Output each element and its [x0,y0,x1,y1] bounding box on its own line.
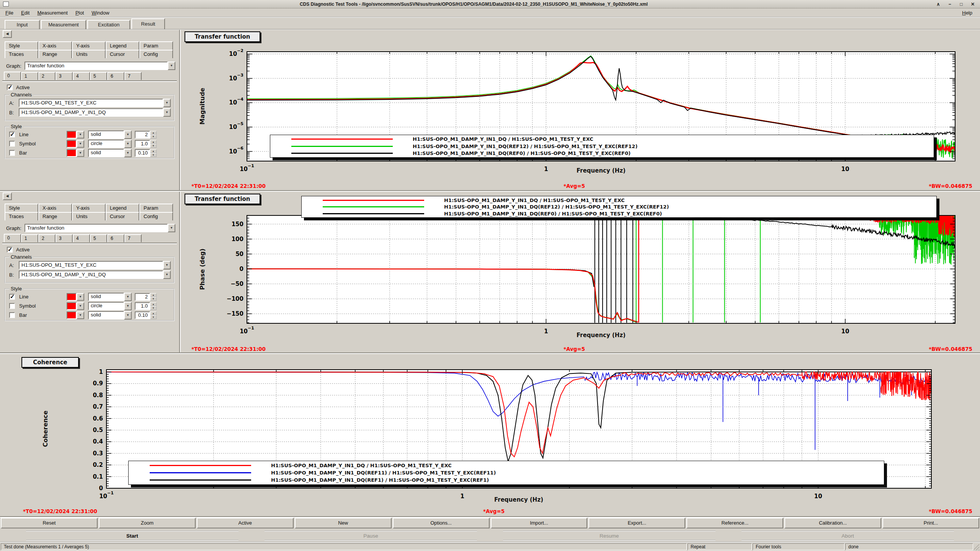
dropdown-arrow-icon[interactable]: ▼ [163,271,171,279]
trace-tab[interactable]: 4 [73,234,90,242]
bar-style-select[interactable]: solid ▼ [88,311,132,320]
run-button[interactable]: Abort [742,531,954,541]
minimize-window-icon[interactable]: − [947,2,952,7]
trace-tab[interactable]: 6 [107,234,124,242]
settings-tab[interactable]: Range [38,50,72,58]
toolbar-button[interactable]: Zoom [99,518,196,528]
trace-tab[interactable]: 4 [73,72,90,80]
bar-color-select[interactable]: ▼ [67,149,86,157]
graph-select[interactable]: Transfer function ▼ [24,62,175,70]
trace-tab[interactable]: 0 [4,234,21,242]
toolbar-button[interactable]: Print... [882,518,979,528]
toolbar-button[interactable]: Calibration... [784,518,881,528]
line-style-select[interactable]: solid ▼ [88,293,132,301]
trace-tab[interactable]: 1 [21,72,38,80]
menu-help[interactable]: Help [958,9,976,16]
line-color-select[interactable]: ▼ [67,293,86,301]
bar-width-stepper[interactable]: 0.10 ▲▼ [135,311,157,319]
symbol-size-stepper[interactable]: 1.0 ▲▼ [135,140,157,148]
dropdown-arrow-icon[interactable]: ▼ [77,131,84,139]
spin-down-icon[interactable]: ▼ [150,135,157,139]
settings-tab[interactable]: Style [5,41,38,50]
bar-checkbox[interactable] [9,150,15,156]
dropdown-arrow-icon[interactable]: ▼ [163,99,171,107]
graph-select[interactable]: Transfer function ▼ [24,224,175,232]
settings-tab[interactable]: Param [139,204,173,212]
dropdown-arrow-icon[interactable]: ▼ [124,140,132,148]
main-tab[interactable]: Input [5,20,40,29]
spin-down-icon[interactable]: ▼ [150,315,157,319]
menu-item[interactable]: Window [88,9,113,16]
dropdown-arrow-icon[interactable]: ▼ [77,302,84,310]
collapse-panel-button[interactable]: ◀ [3,30,12,38]
main-tab[interactable]: Result [131,18,165,29]
symbol-size-stepper[interactable]: 1.0 ▲▼ [135,302,157,310]
toolbar-button[interactable]: Options... [393,518,490,528]
channel-b-select[interactable]: H1:SUS-OPO_M1_DAMP_Y_IN1_DQ ▼ [19,108,171,117]
settings-tab[interactable]: Traces [5,50,38,58]
run-button[interactable]: Resume [503,531,715,541]
resize-grip-icon[interactable] [974,543,979,550]
active-checkbox[interactable] [7,247,13,253]
line-color-select[interactable]: ▼ [67,131,86,139]
dropdown-arrow-icon[interactable]: ▼ [124,130,132,139]
settings-tab[interactable]: Legend [106,204,139,212]
toolbar-button[interactable]: Import... [491,518,588,528]
spin-up-icon[interactable]: ▲ [150,311,157,315]
maximize-window-icon[interactable]: □ [959,2,964,7]
toolbar-button[interactable]: Active [197,518,294,528]
toolbar-button[interactable]: Export... [588,518,685,528]
line-width-stepper[interactable]: 2 ▲▼ [135,131,157,139]
dropdown-arrow-icon[interactable]: ▼ [168,224,175,232]
dropdown-arrow-icon[interactable]: ▼ [124,302,132,310]
trace-tab[interactable]: 1 [21,234,38,242]
bar-color-select[interactable]: ▼ [67,311,86,319]
menu-item[interactable]: File [2,9,17,16]
settings-tab[interactable]: Style [5,204,38,212]
bar-width-stepper[interactable]: 0.10 ▲▼ [135,149,157,157]
dropdown-arrow-icon[interactable]: ▼ [77,140,84,148]
trace-tab[interactable]: 7 [124,234,142,242]
spin-up-icon[interactable]: ▲ [150,293,157,297]
bar-style-select[interactable]: solid ▼ [88,149,132,157]
main-tab[interactable]: Excitation [87,20,130,29]
spin-down-icon[interactable]: ▼ [150,144,157,148]
spin-down-icon[interactable]: ▼ [150,153,157,157]
main-tab[interactable]: Measurement [41,20,86,29]
settings-tab[interactable]: Config [139,212,173,220]
spin-down-icon[interactable]: ▼ [150,297,157,301]
dropdown-arrow-icon[interactable]: ▼ [163,108,171,117]
settings-tab[interactable]: Legend [106,41,139,50]
trace-tab[interactable]: 0 [4,72,21,80]
active-checkbox[interactable] [7,85,13,90]
symbol-color-select[interactable]: ▼ [67,140,86,148]
toolbar-button[interactable]: Reference... [686,518,783,528]
shade-window-icon[interactable]: ∧ [936,2,941,7]
settings-tab[interactable]: Y-axis [72,204,106,212]
trace-tab[interactable]: 5 [90,72,107,80]
spin-up-icon[interactable]: ▲ [150,131,157,135]
dropdown-arrow-icon[interactable]: ▼ [124,311,132,320]
settings-tab[interactable]: Param [139,41,173,50]
line-width-stepper[interactable]: 2 ▲▼ [135,293,157,301]
trace-tab[interactable]: 2 [38,72,56,80]
settings-tab[interactable]: Units [72,212,106,220]
symbol-checkbox[interactable] [9,303,15,309]
menu-item[interactable]: Plot [72,9,88,16]
settings-tab[interactable]: Units [72,50,106,58]
settings-tab[interactable]: Config [139,50,173,58]
symbol-style-select[interactable]: circle ▼ [88,140,132,148]
toolbar-button[interactable]: Reset [1,518,98,528]
menu-item[interactable]: Edit [17,9,33,16]
settings-tab[interactable]: Cursor [106,212,139,220]
dropdown-arrow-icon[interactable]: ▼ [163,261,171,269]
dropdown-arrow-icon[interactable]: ▼ [124,149,132,157]
symbol-style-select[interactable]: circle ▼ [88,302,132,310]
menu-item[interactable]: Measurement [33,9,72,16]
spin-down-icon[interactable]: ▼ [150,306,157,310]
trace-tab[interactable]: 3 [56,72,73,80]
symbol-color-select[interactable]: ▼ [67,302,86,310]
trace-tab[interactable]: 3 [56,234,73,242]
symbol-checkbox[interactable] [9,141,15,147]
toolbar-button[interactable]: New [295,518,392,528]
